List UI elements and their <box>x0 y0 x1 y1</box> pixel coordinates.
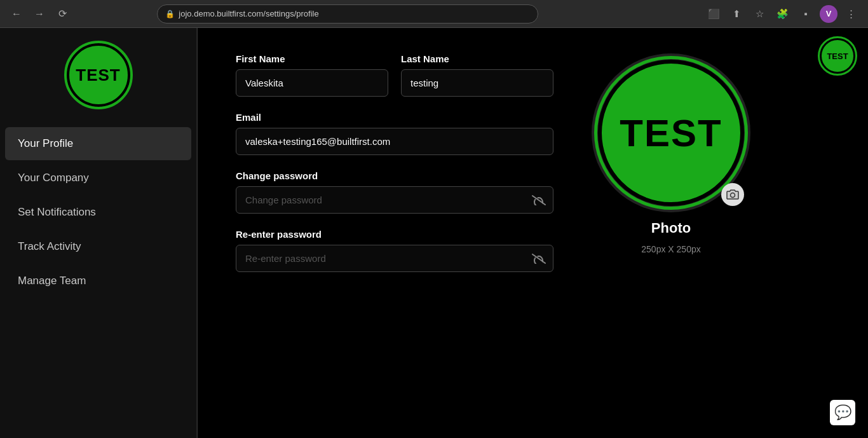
first-name-label: First Name <box>236 53 388 64</box>
change-password-wrapper <box>236 186 553 214</box>
change-password-group: Change password <box>236 170 553 214</box>
change-password-input[interactable] <box>236 186 553 214</box>
re-enter-password-toggle[interactable] <box>532 254 546 264</box>
sidebar-item-your-profile[interactable]: Your Profile <box>5 127 191 160</box>
first-name-input[interactable] <box>236 69 388 97</box>
menu-button[interactable]: ⋮ <box>843 5 860 23</box>
browser-actions: ⬛ ⬆ ☆ 🧩 ▪ V ⋮ <box>705 5 860 23</box>
url-bar[interactable]: 🔒 jojo.demo.builtfirst.com/settings/prof… <box>157 4 538 24</box>
photo-label: Photo <box>651 220 691 236</box>
profile-avatar-circle: TEST <box>598 60 744 206</box>
sidebar-logo-area: TEST <box>0 28 196 120</box>
sidebar-item-label-track-activity: Track Activity <box>18 240 81 252</box>
sidebar-item-label-set-notifications: Set Notifications <box>18 206 96 218</box>
sidebar-item-label-manage-team: Manage Team <box>18 275 86 287</box>
re-enter-password-input[interactable] <box>236 245 553 272</box>
sidebar-item-manage-team[interactable]: Manage Team <box>5 264 191 298</box>
photo-section: TEST Photo 250px X 250px <box>592 53 750 413</box>
forward-button[interactable]: → <box>31 5 48 23</box>
chat-icon: 💬 <box>834 404 851 421</box>
last-name-label: Last Name <box>401 53 553 64</box>
logo-text: TEST <box>76 65 120 85</box>
profile-avatar-text: TEST <box>620 111 722 155</box>
last-name-input[interactable] <box>401 69 553 97</box>
chat-bubble[interactable]: 💬 <box>830 400 855 425</box>
last-name-group: Last Name <box>401 53 553 97</box>
sidebar-item-track-activity[interactable]: Track Activity <box>5 230 191 263</box>
extension-button[interactable]: 🧩 <box>774 5 792 23</box>
url-text: jojo.demo.builtfirst.com/settings/profil… <box>179 9 318 18</box>
email-label: Email <box>236 112 553 123</box>
app-layout: TEST Your Profile Your Company Set Notif… <box>0 28 868 438</box>
email-input[interactable] <box>236 128 553 155</box>
top-right-logo: TEST <box>820 38 855 74</box>
sidebar-nav: Your Profile Your Company Set Notificati… <box>0 120 196 305</box>
email-group: Email <box>236 112 553 155</box>
profile-avatar-wrapper: TEST <box>592 53 750 212</box>
split-view-button[interactable]: ▪ <box>797 5 815 23</box>
change-password-toggle[interactable] <box>532 195 546 205</box>
sidebar-item-label-your-profile: Your Profile <box>18 137 73 149</box>
camera-button[interactable] <box>721 183 744 206</box>
sidebar-item-your-company[interactable]: Your Company <box>5 161 191 195</box>
reload-button[interactable]: ⟳ <box>53 5 71 23</box>
first-name-group: First Name <box>236 53 388 97</box>
share-button[interactable]: ⬆ <box>728 5 746 23</box>
name-row: First Name Last Name <box>236 53 553 97</box>
cast-button[interactable]: ⬛ <box>705 5 723 23</box>
bookmark-button[interactable]: ☆ <box>751 5 769 23</box>
sidebar-item-set-notifications[interactable]: Set Notifications <box>5 196 191 229</box>
re-enter-password-wrapper <box>236 245 553 272</box>
user-avatar-button[interactable]: V <box>820 5 837 23</box>
photo-size: 250px X 250px <box>641 244 700 254</box>
main-content: First Name Last Name Email Change passwo… <box>198 28 868 438</box>
re-enter-password-label: Re-enter password <box>236 229 553 240</box>
re-enter-password-group: Re-enter password <box>236 229 553 272</box>
browser-chrome: ← → ⟳ 🔒 jojo.demo.builtfirst.com/setting… <box>0 0 868 28</box>
sidebar: TEST Your Profile Your Company Set Notif… <box>0 28 197 438</box>
sidebar-item-label-your-company: Your Company <box>18 172 89 184</box>
logo-circle: TEST <box>67 43 130 107</box>
back-button[interactable]: ← <box>8 5 25 23</box>
profile-form: First Name Last Name Email Change passwo… <box>236 53 553 413</box>
top-right-logo-text: TEST <box>827 51 848 61</box>
lock-icon: 🔒 <box>165 10 175 18</box>
change-password-label: Change password <box>236 170 553 181</box>
